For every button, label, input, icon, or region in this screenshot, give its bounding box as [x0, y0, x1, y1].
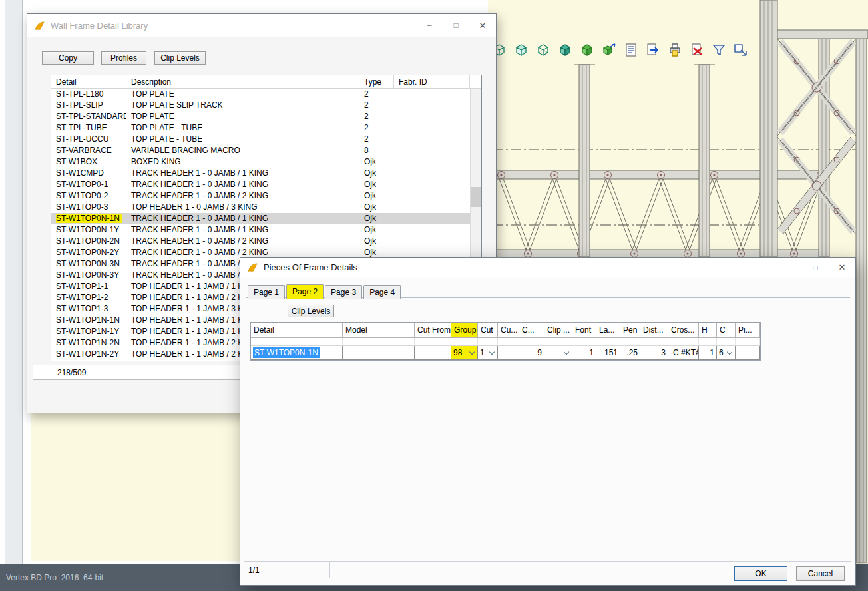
pieces-cell-cu[interactable] — [498, 346, 519, 360]
library-row[interactable]: ST-VARBRACEVARIABLE BRACING MACRO8 — [51, 145, 470, 156]
dropdown-arrow-icon[interactable] — [468, 346, 475, 359]
pieces-filter-cell — [572, 338, 596, 346]
library-cell-type: 2 — [359, 122, 394, 134]
maximize-button[interactable]: □ — [802, 258, 829, 277]
print-icon[interactable] — [666, 41, 684, 59]
library-col-description[interactable]: Description — [126, 75, 359, 88]
dropdown-arrow-icon[interactable] — [562, 346, 570, 359]
pieces-filter-cell — [668, 338, 699, 346]
library-dialog-titlebar[interactable]: Wall Frame Detail Library – □ ✕ — [27, 14, 496, 37]
pieces-col-cut[interactable]: Cut — [478, 323, 498, 338]
library-cell-description: TRACK HEADER 1 - 0 JAMB / 1 KING — [126, 213, 359, 224]
library-cell-detail: ST-W1TOP1N-1N — [51, 315, 126, 326]
pieces-col-cu[interactable]: Cu... — [498, 323, 519, 338]
tab-page-1[interactable]: Page 1 — [248, 285, 285, 299]
library-row[interactable]: ST-TPL-TUBETOP PLATE - TUBE2 — [51, 122, 470, 134]
pieces-dialog-titlebar[interactable]: Pieces Of Frame Details – □ ✕ — [240, 258, 855, 277]
library-col-detail[interactable]: Detail — [51, 75, 126, 88]
left-panel-strip[interactable] — [5, 0, 23, 564]
library-row[interactable]: ST-TPL-UCCUTOP PLATE - TUBE2 — [51, 134, 470, 145]
clip-levels-button[interactable]: Clip Levels — [154, 51, 206, 65]
filter-icon[interactable] — [710, 41, 728, 59]
profiles-button[interactable]: Profiles — [101, 51, 146, 65]
pieces-filter-cell — [498, 338, 519, 346]
pieces-filter-cell — [415, 338, 451, 346]
library-row[interactable]: ST-W1TOP0N-1YTRACK HEADER 1 - 0 JAMB / 1… — [51, 224, 470, 236]
hidden-line-box-icon[interactable] — [535, 41, 552, 59]
pieces-col-font[interactable]: Font — [572, 323, 596, 338]
library-row[interactable]: ST-W1TOP0-3TOP HEADER 1 - 0 JAMB / 3 KIN… — [51, 202, 470, 213]
minimize-button[interactable]: – — [775, 258, 802, 277]
pieces-col-model[interactable]: Model — [343, 323, 415, 338]
pieces-col-pi[interactable]: Pi... — [736, 323, 760, 338]
rendered-box-icon[interactable] — [556, 41, 574, 59]
pieces-col-la[interactable]: La... — [596, 323, 620, 338]
shaded-box-icon[interactable] — [513, 41, 530, 59]
pieces-col-detail[interactable]: Detail — [251, 323, 343, 338]
pieces-cell-cut[interactable]: 1 — [478, 346, 498, 360]
library-row[interactable]: ST-W1BOXBOXED KINGOjk — [51, 156, 470, 168]
pieces-cell-detail[interactable]: ST-W1TOP0N-1N — [251, 346, 343, 360]
dropdown-arrow-icon[interactable] — [488, 346, 495, 359]
report-icon[interactable] — [622, 41, 640, 59]
pieces-col-h[interactable]: H — [699, 323, 717, 338]
pieces-cell-pi[interactable] — [736, 346, 760, 360]
copy-button[interactable]: Copy — [42, 51, 94, 65]
pieces-col-clip[interactable]: Clip ... — [544, 323, 572, 338]
delete-doc-icon[interactable] — [688, 41, 706, 59]
pieces-col-pen[interactable]: Pen — [620, 323, 640, 338]
solid-cube-icon[interactable] — [578, 41, 596, 59]
pieces-cell-la[interactable]: 151 — [596, 346, 620, 360]
library-cell-description: TRACK HEADER 1 - 0 JAMB / 2 KING — [126, 236, 359, 247]
library-row[interactable]: ST-W1TOP0N-1NTRACK HEADER 1 - 0 JAMB / 1… — [51, 213, 470, 224]
pieces-cell-cros[interactable]: -C:#KT# — [668, 346, 699, 360]
library-row[interactable]: ST-W1TOP0-1TRACK HEADER 1 - 0 JAMB / 1 K… — [51, 179, 470, 190]
minimize-button[interactable]: – — [416, 14, 443, 37]
tab-page-4[interactable]: Page 4 — [363, 285, 401, 299]
pieces-col-c1[interactable]: C... — [519, 323, 544, 338]
dropdown-arrow-icon[interactable] — [726, 346, 733, 359]
pieces-cell-dist[interactable]: 3 — [640, 346, 668, 360]
library-col-fabr_id[interactable]: Fabr. ID — [394, 75, 470, 88]
pieces-col-c2[interactable]: C — [717, 323, 736, 338]
library-cell-detail: ST-W1TOP0-3 — [51, 202, 126, 213]
library-row[interactable]: ST-TPL-L180TOP PLATE2 — [51, 89, 470, 100]
pieces-table-filter-row — [251, 338, 760, 346]
pieces-col-cros[interactable]: Cros... — [668, 323, 699, 338]
close-button[interactable]: ✕ — [829, 258, 855, 277]
library-col-type[interactable]: Type — [359, 75, 394, 88]
pieces-cell-pen[interactable]: .25 — [620, 346, 640, 360]
pieces-cell-clip[interactable] — [544, 346, 572, 360]
ok-button[interactable]: OK — [734, 566, 787, 581]
pieces-cell-group[interactable]: 98 — [451, 346, 478, 360]
pieces-col-cut_from[interactable]: Cut From — [415, 323, 451, 338]
pieces-cell-h[interactable]: 1 — [699, 346, 717, 360]
library-row[interactable]: ST-TPL-SLIPTOP PLATE SLIP TRACK2 — [51, 100, 470, 111]
pieces-col-group[interactable]: Group — [451, 323, 478, 338]
library-row[interactable]: ST-TPL-STANDARDTOP PLATE2 — [51, 111, 470, 122]
library-row[interactable]: ST-W1TOP0N-2NTRACK HEADER 1 - 0 JAMB / 2… — [51, 236, 470, 247]
pieces-table-row[interactable]: ST-W1TOP0N-1N98191151.253-C:#KT#16 — [251, 346, 760, 360]
close-button[interactable]: ✕ — [469, 14, 496, 37]
library-cell-detail: ST-VARBRACE — [51, 145, 126, 156]
pieces-col-dist[interactable]: Dist... — [640, 323, 668, 338]
library-cell-detail: ST-TPL-SLIP — [51, 100, 126, 111]
cube-direction-icon[interactable] — [600, 41, 618, 59]
pieces-cell-font[interactable]: 1 — [572, 346, 596, 360]
library-row[interactable]: ST-W1TOP0-2TRACK HEADER 1 - 0 JAMB / 2 K… — [51, 190, 470, 202]
tab-page-3[interactable]: Page 3 — [325, 285, 362, 299]
pieces-cell-c2[interactable]: 6 — [717, 346, 736, 360]
maximize-button[interactable]: □ — [443, 14, 469, 37]
scrollbar-thumb[interactable] — [471, 187, 481, 207]
library-cell-description: TOP PLATE - TUBE — [126, 122, 359, 134]
cancel-button[interactable]: Cancel — [796, 566, 845, 581]
library-row[interactable]: ST-W1CMPDTRACK HEADER 1 - 0 JAMB / 1 KIN… — [51, 168, 470, 179]
clip-levels-button-pieces[interactable]: Clip Levels — [288, 305, 334, 317]
pieces-cell-model[interactable] — [343, 346, 415, 360]
export-icon[interactable] — [644, 41, 662, 59]
pieces-cell-c1[interactable]: 9 — [519, 346, 544, 360]
library-cell-type: 2 — [359, 111, 394, 122]
tab-page-2[interactable]: Page 2 — [286, 284, 324, 299]
pieces-cell-cut_from[interactable] — [415, 346, 451, 360]
send-view-icon[interactable] — [732, 41, 750, 59]
